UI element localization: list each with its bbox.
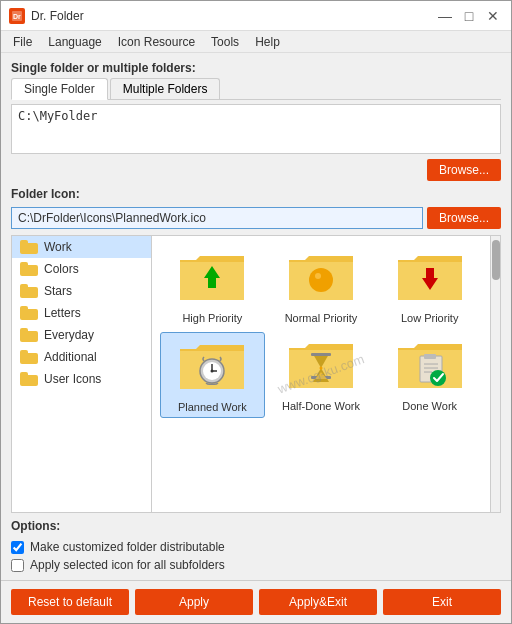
stars-folder-icon [20,284,38,298]
icon-half-done-work[interactable]: Half-Done Work [269,332,374,418]
browse-icon-button[interactable]: Browse... [427,207,501,229]
sidebar-item-additional[interactable]: Additional [12,346,151,368]
svg-point-22 [430,370,446,386]
window-controls: — □ ✕ [435,6,503,26]
icon-path-input[interactable] [11,207,423,229]
folder-icon-label: Folder Icon: [11,187,501,201]
scrollbar[interactable] [490,236,500,512]
done-work-svg [394,336,466,396]
browse-folder-button[interactable]: Browse... [427,159,501,181]
checkbox-subfolders[interactable] [11,559,24,572]
done-work-label: Done Work [402,400,457,412]
sidebar-item-user-icons[interactable]: User Icons [12,368,151,390]
folder-section-label: Single folder or multiple folders: [11,61,501,75]
apply-button[interactable]: Apply [135,589,253,615]
exit-button[interactable]: Exit [383,589,501,615]
browse-row: Browse... [11,159,501,181]
planned-work-svg [176,337,248,397]
folder-path-input[interactable]: C:\MyFolder [11,104,501,154]
user-icons-folder-icon [20,372,38,386]
colors-folder-icon [20,262,38,276]
sidebar-label-everyday: Everyday [44,328,94,342]
low-priority-svg [394,248,466,308]
folder-icon-section: Folder Icon: Browse... [11,187,501,229]
scrollbar-thumb[interactable] [492,240,500,280]
high-priority-label: High Priority [182,312,242,324]
sidebar-item-letters[interactable]: Letters [12,302,151,324]
checkbox-distributable[interactable] [11,541,24,554]
options-section: Options: Make customized folder distribu… [11,519,501,572]
menu-help[interactable]: Help [247,33,288,51]
sidebar-label-colors: Colors [44,262,79,276]
close-button[interactable]: ✕ [483,6,503,26]
options-label: Options: [11,519,501,533]
menu-tools[interactable]: Tools [203,33,247,51]
planned-work-label: Planned Work [178,401,247,413]
bottom-bar: Reset to default Apply Apply&Exit Exit [1,580,511,623]
icon-category-sidebar: Work Colors Stars Letters Everyday [12,236,152,512]
sidebar-item-stars[interactable]: Stars [12,280,151,302]
window-title: Dr. Folder [31,9,435,23]
sidebar-item-work[interactable]: Work [12,236,151,258]
icon-grid: High Priority Normal Priority [152,236,490,426]
icon-grid-wrapper: High Priority Normal Priority [152,236,490,512]
icon-browser-panel: Work Colors Stars Letters Everyday [11,235,501,513]
svg-point-16 [319,367,322,370]
normal-priority-label: Normal Priority [285,312,358,324]
checkbox-distributable-label[interactable]: Make customized folder distributable [30,540,225,554]
work-folder-icon [20,240,38,254]
normal-priority-svg [285,248,357,308]
svg-text:Dr: Dr [13,13,21,20]
menu-icon-resource[interactable]: Icon Resource [110,33,203,51]
additional-folder-icon [20,350,38,364]
icon-done-work[interactable]: Done Work [377,332,482,418]
svg-point-3 [309,268,333,292]
menu-file[interactable]: File [5,33,40,51]
folder-section: Single folder or multiple folders: Singl… [11,61,501,181]
letters-folder-icon [20,306,38,320]
icon-high-priority[interactable]: High Priority [160,244,265,328]
maximize-button[interactable]: □ [459,6,479,26]
half-done-work-svg [285,336,357,396]
menu-bar: File Language Icon Resource Tools Help [1,31,511,53]
svg-rect-18 [424,354,436,359]
menu-language[interactable]: Language [40,33,109,51]
sidebar-label-letters: Letters [44,306,81,320]
main-window: Dr Dr. Folder — □ ✕ File Language Icon R… [0,0,512,624]
icon-normal-priority[interactable]: Normal Priority [269,244,374,328]
checkbox-distributable-row: Make customized folder distributable [11,540,501,554]
sidebar-item-everyday[interactable]: Everyday [12,324,151,346]
svg-point-10 [211,370,214,373]
high-priority-svg [176,248,248,308]
title-bar: Dr Dr. Folder — □ ✕ [1,1,511,31]
apply-exit-button[interactable]: Apply&Exit [259,589,377,615]
icon-low-priority[interactable]: Low Priority [377,244,482,328]
half-done-work-label: Half-Done Work [282,400,360,412]
tab-bar: Single Folder Multiple Folders [11,78,501,100]
sidebar-item-colors[interactable]: Colors [12,258,151,280]
low-priority-label: Low Priority [401,312,458,324]
icon-planned-work[interactable]: Planned Work [160,332,265,418]
app-icon: Dr [9,8,25,24]
everyday-folder-icon [20,328,38,342]
tab-single-folder[interactable]: Single Folder [11,78,108,100]
svg-rect-13 [311,353,331,356]
sidebar-label-user-icons: User Icons [44,372,101,386]
svg-point-4 [315,273,321,279]
main-content: Single folder or multiple folders: Singl… [1,53,511,580]
minimize-button[interactable]: — [435,6,455,26]
checkbox-subfolders-row: Apply selected icon for all subfolders [11,558,501,572]
sidebar-label-additional: Additional [44,350,97,364]
icon-path-row: Browse... [11,207,501,229]
reset-button[interactable]: Reset to default [11,589,129,615]
tab-multiple-folders[interactable]: Multiple Folders [110,78,221,99]
sidebar-label-work: Work [44,240,72,254]
checkbox-subfolders-label[interactable]: Apply selected icon for all subfolders [30,558,225,572]
sidebar-label-stars: Stars [44,284,72,298]
